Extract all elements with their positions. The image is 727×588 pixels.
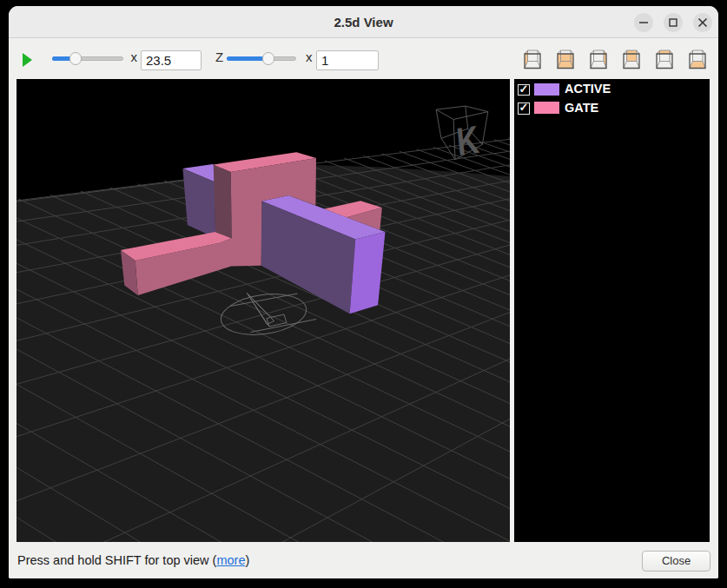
svg-text:K: K (454, 118, 480, 164)
